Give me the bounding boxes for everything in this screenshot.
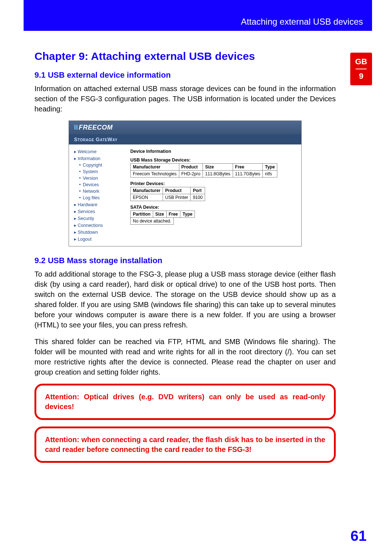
bullet-icon: ▸ bbox=[74, 223, 78, 228]
cell: ntfs bbox=[262, 171, 277, 177]
section-9-2-para2: This shared folder can be reached via FT… bbox=[34, 336, 336, 377]
printer-devices-title: Printer Devices: bbox=[130, 181, 297, 186]
cell: Freecom Technologies bbox=[131, 171, 179, 177]
nav-item[interactable]: •System bbox=[74, 168, 127, 175]
section-9-1-heading: 9.1 USB external device information bbox=[34, 70, 336, 80]
col-header: Product bbox=[179, 164, 203, 171]
nav-item[interactable]: ▸Logout bbox=[74, 236, 127, 242]
side-tab: GB 9 bbox=[350, 53, 372, 85]
sata-device-table: Partition Size Free Type bbox=[130, 211, 195, 218]
attention-text: Attention: Optical drives (e.g. DVD writ… bbox=[45, 392, 325, 412]
app-sidebar: ▸Welcome ▸Information •Copyright •System… bbox=[69, 144, 129, 246]
attention-box-1: Attention: Optical drives (e.g. DVD writ… bbox=[34, 384, 336, 420]
bullet-icon: • bbox=[79, 195, 83, 200]
nav-label: Log files bbox=[83, 195, 100, 200]
app-brand-bar: IIFREECOM bbox=[69, 121, 301, 134]
nav-label: Security bbox=[78, 216, 94, 221]
content-area: Chapter 9: Attaching external USB device… bbox=[34, 44, 336, 469]
bullet-icon: ▸ bbox=[74, 229, 78, 235]
bullet-icon: • bbox=[79, 176, 83, 181]
nav-label: Welcome bbox=[78, 149, 97, 154]
cell: FHD-2pro bbox=[179, 171, 203, 177]
bullet-icon: • bbox=[79, 189, 83, 194]
cell: 111.8GBytes bbox=[203, 171, 233, 177]
attention-text: Attention: when connecting a card reader… bbox=[45, 435, 325, 454]
col-header: Free bbox=[166, 211, 180, 218]
table-header-row: Partition Size Free Type bbox=[131, 211, 195, 218]
col-header: Manufacturer bbox=[131, 164, 179, 171]
table-header-row: Manufacturer Product Port bbox=[131, 187, 205, 194]
cell: EPSON bbox=[131, 194, 163, 201]
nav-item[interactable]: ▸Information bbox=[74, 155, 127, 162]
bullet-icon: ▸ bbox=[74, 156, 78, 161]
col-header: Size bbox=[203, 164, 233, 171]
sata-empty-text: No device attached. bbox=[130, 218, 174, 225]
nav-item[interactable]: •Version bbox=[74, 175, 127, 181]
attention-box-2: Attention: when connecting a card reader… bbox=[34, 427, 336, 463]
document-page: Attaching external USB devices GB 9 Chap… bbox=[0, 0, 392, 555]
side-tab-chapter: 9 bbox=[350, 72, 372, 81]
side-tab-divider bbox=[356, 69, 367, 69]
usb-devices-title: USB Mass Storage Devices: bbox=[130, 158, 297, 163]
nav-item[interactable]: •Log files bbox=[74, 195, 127, 201]
nav-item[interactable]: ▸Hardware bbox=[74, 201, 127, 208]
bullet-icon: • bbox=[79, 169, 83, 174]
embedded-app-panel: IIFREECOM Storage GateWay ▸Welcome ▸Info… bbox=[69, 121, 302, 246]
col-header: Free bbox=[233, 164, 262, 171]
nav-item[interactable]: ▸Shutdown bbox=[74, 229, 127, 236]
nav-label: Logout bbox=[78, 237, 91, 242]
cell: USB Printer bbox=[163, 194, 191, 201]
nav-item[interactable]: ▸Welcome bbox=[74, 148, 127, 155]
table-row: Freecom Technologies FHD-2pro 111.8GByte… bbox=[131, 171, 277, 177]
section-9-1-para: Information on attached external USB mas… bbox=[34, 83, 336, 114]
header-corner bbox=[24, 0, 71, 31]
app-body: ▸Welcome ▸Information •Copyright •System… bbox=[69, 144, 301, 246]
running-header: Attaching external USB devices bbox=[241, 17, 363, 27]
bullet-icon: ▸ bbox=[74, 236, 78, 242]
nav-item[interactable]: •Devices bbox=[74, 181, 127, 188]
table-row: EPSON USB Printer 9100 bbox=[131, 194, 205, 201]
nav-label: Copyright bbox=[83, 163, 102, 168]
nav-label: Hardware bbox=[78, 202, 97, 207]
cell: 111.7GBytes bbox=[233, 171, 262, 177]
bullet-icon: • bbox=[79, 163, 83, 168]
col-header: Partition bbox=[131, 211, 153, 218]
nav-item[interactable]: •Network bbox=[74, 188, 127, 195]
table-header-row: Manufacturer Product Size Free Type bbox=[131, 164, 277, 171]
bullet-icon: ▸ bbox=[74, 202, 78, 207]
brand-name: FREECOM bbox=[79, 124, 113, 131]
usb-devices-table: Manufacturer Product Size Free Type Free… bbox=[130, 163, 277, 177]
col-header: Type bbox=[180, 211, 195, 218]
nav-label: Network bbox=[83, 189, 99, 194]
bullet-icon: ▸ bbox=[74, 149, 78, 154]
col-header: Size bbox=[153, 211, 166, 218]
sata-device-title: SATA Device: bbox=[130, 205, 297, 210]
section-9-2-heading: 9.2 USB Mass storage installation bbox=[34, 256, 336, 265]
nav-label: Devices bbox=[83, 182, 99, 187]
bullet-icon: • bbox=[79, 182, 83, 187]
col-header: Port bbox=[191, 187, 205, 194]
nav-item[interactable]: •Copyright bbox=[74, 162, 127, 168]
nav-label: Information bbox=[78, 156, 101, 161]
app-subtitle-bar: Storage GateWay bbox=[69, 134, 301, 144]
col-header: Manufacturer bbox=[131, 187, 163, 194]
section-9-2-para1: To add additional storage to the FSG-3, … bbox=[34, 269, 336, 330]
col-header: Product bbox=[163, 187, 191, 194]
device-info-title: Device Information bbox=[130, 149, 297, 154]
app-main: Device Information USB Mass Storage Devi… bbox=[129, 144, 301, 246]
nav-label: System bbox=[83, 169, 98, 174]
nav-item[interactable]: ▸Connections bbox=[74, 222, 127, 229]
page-number: 61 bbox=[351, 528, 367, 544]
nav-label: Services bbox=[78, 209, 95, 214]
nav-label: Shutdown bbox=[78, 230, 98, 235]
col-header: Type bbox=[262, 164, 277, 171]
bullet-icon: ▸ bbox=[74, 216, 78, 221]
side-tab-lang: GB bbox=[350, 57, 372, 66]
brand-slash-icon: II bbox=[74, 124, 78, 131]
cell: 9100 bbox=[191, 194, 205, 201]
nav-label: Version bbox=[83, 176, 98, 181]
nav-item[interactable]: ▸Services bbox=[74, 208, 127, 215]
nav-label: Connections bbox=[78, 223, 103, 228]
nav-item[interactable]: ▸Security bbox=[74, 215, 127, 222]
bullet-icon: ▸ bbox=[74, 209, 78, 214]
